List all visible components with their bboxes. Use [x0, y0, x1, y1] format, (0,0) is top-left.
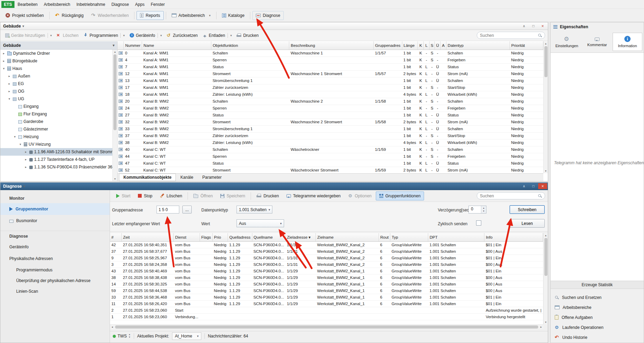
comobject-row[interactable]: 13Kanal A: WM1Stromüberschreitung 11 bit…	[118, 77, 543, 84]
tree-item-haus[interactable]: ▾Haus	[0, 65, 112, 72]
sidebar-item-physikalische-adressen[interactable]: Physikalische Adressen	[0, 253, 110, 264]
toolbar-button-geräteinfo[interactable]: Geräteinfo▾	[128, 32, 164, 39]
quick-item-suchen-und-ersetzen[interactable]: Suchen und Ersetzen	[551, 292, 644, 302]
expand-icon[interactable]: ▸	[2, 52, 6, 55]
comobject-row[interactable]: 0Kanal A: WM1SchaltenWaschmaschine 11/1/…	[118, 50, 543, 56]
tree-item-1-1-36-scn-p360d4-03-präsenzmelder-360-4s[interactable]: ▸1.1.36 SCN-P360D4.03 Präsenzmelder 360°…	[0, 163, 112, 171]
connection-indicator[interactable]: TWS ▲▼	[113, 333, 131, 339]
close-panel-button[interactable]: ×	[538, 183, 547, 189]
tree-view-selector[interactable]: Gebäude ▾	[0, 41, 117, 50]
toolbar-button-zurücksetzen[interactable]: Zurücksetzen	[164, 32, 200, 39]
column-l[interactable]: L	[424, 41, 430, 50]
comobject-row[interactable]: 38Kanal B: WM2Zähler: Leistung (kWh)4 by…	[118, 139, 543, 146]
maximize-panel-button[interactable]: □	[529, 183, 538, 189]
comobject-row[interactable]: 24Kanal B: WM2Sperren1 bitK-S-FreigebenN…	[118, 105, 543, 112]
telegram-row[interactable]: 3327.01.2025 16:58:36,468vom BusNiedrig1…	[110, 294, 543, 300]
column-prio[interactable]: Prio	[212, 233, 228, 241]
diagnose-search-input[interactable]	[480, 194, 536, 198]
expand-icon[interactable]: ▸	[24, 158, 28, 161]
toolbar-button-reports[interactable]: Reports	[137, 11, 163, 20]
column-k[interactable]: K	[418, 41, 424, 50]
tree-item-1-1-27-tasterinterface-4-fach-up[interactable]: ▸1.1.27 Tasterinterface 4-fach, UP	[0, 156, 112, 163]
telegram-row[interactable]: 4227.01.2025 16:58:40,351vom BusNiedrig1…	[110, 241, 543, 248]
expand-icon[interactable]: ▸	[7, 74, 11, 78]
column-objektfunktion[interactable]: Objektfunktion	[211, 41, 289, 50]
telegram-row[interactable]: 3827.01.2025 16:58:38,438vom BusNiedrig1…	[110, 274, 543, 281]
toolbar-button-projekt-schließen[interactable]: Projekt schließen	[2, 11, 47, 20]
collapse-panel-button[interactable]: ∧	[520, 23, 529, 29]
comobject-row[interactable]: 52Kanal C: WTStromwertWäschetrockner Str…	[118, 167, 543, 173]
column-beschreibung[interactable]: Beschreibung	[289, 41, 374, 50]
menu-item-arbeitsbereich[interactable]: Arbeitsbereich	[41, 0, 73, 9]
comobject-row[interactable]: 47Kanal C: WTStatus1 bitKL-ÜStatusNiedri…	[118, 160, 543, 167]
sidebar-item-überprüfung-der-physikalischen-adresse[interactable]: Überprüfung der physikalischen Adresse	[0, 275, 110, 286]
tab-kanäle[interactable]: Kanäle	[176, 174, 198, 181]
tree-item-1-1-96-ami-1216-03-schaltaktor-mit-strommes[interactable]: ▸1.1.96 AMI-1216.03 Schaltaktor mit Stro…	[0, 148, 112, 156]
expand-icon[interactable]: ▾	[13, 135, 17, 138]
telegram-row[interactable]: 1427.01.2025 16:58:30,325vom BusNiedrig1…	[110, 281, 543, 287]
sidebar-item-busmonitor[interactable]: Busmonitor	[0, 215, 110, 227]
maximize-panel-button[interactable]: □	[529, 23, 538, 29]
comobject-row[interactable]: 17Kanal A: WM1Zähler zurücksetzen1 bitK-…	[118, 84, 543, 91]
toolbar-button-wiederherstellen[interactable]: Wiederherstellen	[88, 11, 132, 20]
wert-select[interactable]: Aus ▾	[237, 219, 284, 227]
telegram-row[interactable]: 127.01.2025 16:58:23,060Verbindung...Ver…	[110, 313, 543, 320]
expand-icon[interactable]: ▸	[2, 59, 6, 63]
tab-kommunikationsobjekte[interactable]: Kommunikationsobjekte	[119, 174, 176, 181]
tree-item-eg[interactable]: ▸EG	[0, 80, 112, 87]
tree-item-heizung[interactable]: ▾Heizung	[0, 133, 112, 141]
sidebar-item-linien-scan[interactable]: Linien-Scan	[0, 286, 110, 297]
column-datentyp[interactable]: Datentyp	[446, 41, 510, 50]
scroll-up-icon[interactable]: ▴	[113, 50, 117, 54]
tab-kommentar[interactable]: Kommentar	[582, 33, 612, 51]
column-typ[interactable]: Typ	[390, 233, 428, 241]
scroll-down-icon[interactable]: ▾	[544, 320, 548, 324]
tree-item-uv-heizung[interactable]: ▾UV Heizung	[0, 141, 112, 148]
scroll-left-icon[interactable]: ◂	[110, 325, 114, 329]
comobject-row[interactable]: 7Kanal A: WM1Status1 bitKL-ÜStatusNiedri…	[118, 63, 543, 70]
toolbar-button-entladen[interactable]: Entladen▾	[201, 32, 234, 39]
scroll-down-icon[interactable]: ▾	[113, 177, 117, 181]
menu-item-inbetriebnahme[interactable]: Inbetriebnahme	[73, 0, 108, 9]
column-ü[interactable]: Ü	[435, 41, 441, 50]
column-a[interactable]: A	[440, 41, 446, 50]
telegram-row[interactable]: 927.01.2025 16:58:25,967vom BusNiedrig1.…	[110, 254, 543, 261]
toolbar-button-optionen[interactable]: Optionen	[345, 191, 375, 200]
zyklisch-senden-checkbox[interactable]	[476, 220, 481, 226]
quick-item-arbeitsbereiche[interactable]: Arbeitsbereiche	[551, 302, 644, 312]
tab-einstellungen[interactable]: Einstellungen	[552, 33, 582, 51]
tree-item-außen[interactable]: ▸Außen	[0, 72, 112, 80]
column-rout[interactable]: Rout	[379, 233, 390, 241]
tree-scrollbar[interactable]: ▴ ▾	[112, 50, 117, 181]
menu-item-bearbeiten[interactable]: Bearbeiten	[14, 0, 41, 9]
toolbar-button-löschen[interactable]: Löschen	[157, 191, 185, 200]
column-flags[interactable]: Flags	[200, 233, 212, 241]
sidebar-item-geräteinfo[interactable]: Geräteinfo	[0, 241, 110, 253]
comobject-row[interactable]: 4Kanal A: WM1Sperren1 bitK-S-FreigebenNi…	[118, 56, 543, 63]
telegram-row[interactable]: 3727.01.2025 16:58:37,677vom BusNiedrig1…	[110, 248, 543, 254]
toolbar-button-öffnen[interactable]: Öffnen	[190, 191, 216, 200]
tree-item-og[interactable]: ▸OG	[0, 87, 112, 95]
tree-item-flur-eingang[interactable]: Flur Eingang	[0, 110, 112, 118]
scroll-right-icon[interactable]: ▸	[539, 325, 543, 329]
toolbar-button-drucken[interactable]: Drucken	[253, 191, 282, 200]
sidebar-item-programmiermodus[interactable]: Programmiermodus	[0, 264, 110, 275]
schreiben-button[interactable]: Schreiben	[510, 205, 545, 214]
column-gruppenadres[interactable]: Gruppenadres	[374, 41, 402, 50]
toolbar-button-programmieren[interactable]: Programmieren▾	[81, 32, 127, 39]
scroll-up-icon[interactable]: ▴	[544, 41, 548, 46]
column-dpt[interactable]: DPT	[428, 233, 484, 241]
comobject-row[interactable]: 40Kanal C: WTSchaltenWäschetrockner1/1/5…	[118, 146, 543, 153]
column-dienst[interactable]: Dienst	[173, 233, 200, 241]
comobject-row[interactable]: 44Kanal C: WTSperren1 bitK-S-FreigebenNi…	[118, 153, 543, 160]
close-panel-button[interactable]: ×	[538, 23, 547, 29]
toolbar-button-kataloge[interactable]: Kataloge	[219, 11, 248, 20]
scrollbar-thumb[interactable]	[113, 54, 117, 130]
toolbar-button-löschen[interactable]: Löschen	[54, 32, 80, 39]
comobject-row[interactable]: 27Kanal B: WM2Status1 bitKL-ÜStatusNiedr…	[118, 112, 543, 118]
tree-item-eingang[interactable]: Eingang	[0, 103, 112, 110]
toolbar-button-arbeitsbereich[interactable]: Arbeitsbereich▾	[168, 11, 214, 20]
toolbar-button-rückgängig[interactable]: Rückgängig	[52, 11, 87, 20]
column-s[interactable]: S	[429, 41, 435, 50]
telegram-row[interactable]: 5927.01.2025 16:58:44,538vom BusNiedrig1…	[110, 287, 543, 294]
